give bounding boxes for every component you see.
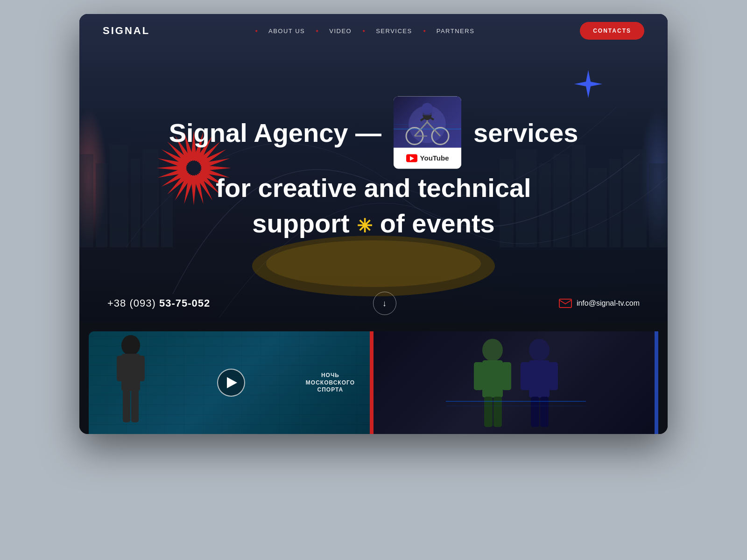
nav-dot-4: ✦ bbox=[423, 28, 426, 34]
boxing-silhouettes bbox=[446, 331, 586, 434]
sport-text-line3: СПОРТА bbox=[306, 386, 355, 394]
svg-rect-69 bbox=[529, 360, 550, 398]
video-section: НОЧЬ МОСКОВСКОГО СПОРТА bbox=[79, 322, 668, 434]
video-red-bar bbox=[370, 331, 374, 434]
video-blue-bar bbox=[655, 331, 658, 434]
hero-title-support: support bbox=[252, 209, 349, 238]
hero-title-line3: support ✳ of events bbox=[163, 207, 584, 240]
sport-text-line2: МОСКОВСКОГО bbox=[306, 379, 355, 386]
sport-text-line1: НОЧЬ bbox=[306, 372, 355, 379]
video-card-left[interactable]: НОЧЬ МОСКОВСКОГО СПОРТА bbox=[89, 331, 374, 434]
logo-text-bold: GNAL bbox=[115, 25, 150, 36]
nav-dot-3: ✦ bbox=[362, 28, 366, 34]
youtube-icon bbox=[406, 154, 417, 162]
svg-point-68 bbox=[529, 339, 550, 361]
svg-rect-71 bbox=[549, 362, 558, 390]
contacts-button[interactable]: CONTACTS bbox=[580, 22, 644, 40]
svg-rect-61 bbox=[131, 390, 139, 422]
youtube-logo-bar: YouTube bbox=[394, 148, 461, 169]
svg-rect-59 bbox=[138, 356, 145, 381]
youtube-play-triangle bbox=[410, 156, 414, 161]
hero-bottom-bar: +38 (093) 53-75-052 ↓ info@signal-tv.com bbox=[79, 285, 668, 322]
scroll-down-button[interactable]: ↓ bbox=[373, 292, 396, 315]
video-card-right[interactable] bbox=[374, 331, 658, 434]
yellow-star-decoration: ✳ bbox=[357, 214, 373, 238]
browser-window: SiGNAL ✦ ABOUT US ✦ VIDEO ✦ SERVICES ✦ P… bbox=[79, 14, 668, 434]
svg-rect-58 bbox=[117, 356, 124, 381]
svg-rect-65 bbox=[502, 362, 511, 390]
nav-link-services[interactable]: SERVICES bbox=[372, 26, 416, 36]
video-play-button-left[interactable] bbox=[217, 369, 245, 397]
svg-point-62 bbox=[482, 339, 503, 361]
svg-point-50 bbox=[421, 110, 434, 116]
nav-link-about[interactable]: ABOUT US bbox=[265, 26, 309, 36]
svg-rect-60 bbox=[123, 390, 130, 422]
blue-star-decoration bbox=[574, 70, 602, 100]
night-sport-text: НОЧЬ МОСКОВСКОГО СПОРТА bbox=[306, 372, 355, 394]
hero-title: Signal Agency — bbox=[163, 97, 584, 240]
hero-content: Signal Agency — bbox=[163, 97, 584, 240]
hero-title-events: of events bbox=[380, 209, 495, 238]
svg-rect-63 bbox=[482, 360, 503, 398]
youtube-label: YouTube bbox=[420, 154, 449, 163]
nav-link-video[interactable]: VIDEO bbox=[325, 26, 355, 36]
hero-section: SiGNAL ✦ ABOUT US ✦ VIDEO ✦ SERVICES ✦ P… bbox=[79, 14, 668, 322]
navbar: SiGNAL ✦ ABOUT US ✦ VIDEO ✦ SERVICES ✦ P… bbox=[79, 14, 668, 48]
nav-links: ✦ ABOUT US ✦ VIDEO ✦ SERVICES ✦ PARTNERS bbox=[252, 26, 478, 36]
phone-prefix: +38 (093) bbox=[107, 297, 156, 309]
email-icon bbox=[559, 299, 572, 308]
hero-title-line2: for creative and technical bbox=[163, 172, 584, 204]
email-contact[interactable]: info@signal-tv.com bbox=[559, 299, 640, 308]
nav-dot-1: ✦ bbox=[254, 28, 258, 34]
hero-title-line1: Signal Agency — bbox=[163, 97, 584, 169]
nav-link-partners[interactable]: PARTNERS bbox=[433, 26, 479, 36]
hero-title-part1: Signal Agency — bbox=[169, 116, 381, 149]
person-silhouette bbox=[107, 331, 154, 434]
svg-point-56 bbox=[121, 335, 140, 356]
nav-dot-2: ✦ bbox=[315, 28, 319, 34]
svg-rect-64 bbox=[474, 362, 483, 390]
scroll-down-arrow: ↓ bbox=[382, 299, 387, 308]
youtube-card-image bbox=[394, 97, 461, 148]
email-text: info@signal-tv.com bbox=[577, 299, 640, 308]
logo[interactable]: SiGNAL bbox=[103, 25, 150, 37]
svg-rect-57 bbox=[121, 354, 140, 391]
logo-text: Si bbox=[103, 25, 115, 36]
play-triangle-left bbox=[227, 377, 237, 388]
phone-main: 53-75-052 bbox=[159, 297, 210, 309]
youtube-card[interactable]: YouTube bbox=[394, 97, 461, 169]
phone-number[interactable]: +38 (093) 53-75-052 bbox=[107, 297, 210, 309]
svg-rect-70 bbox=[521, 362, 530, 390]
hero-title-part2: services bbox=[473, 116, 578, 149]
